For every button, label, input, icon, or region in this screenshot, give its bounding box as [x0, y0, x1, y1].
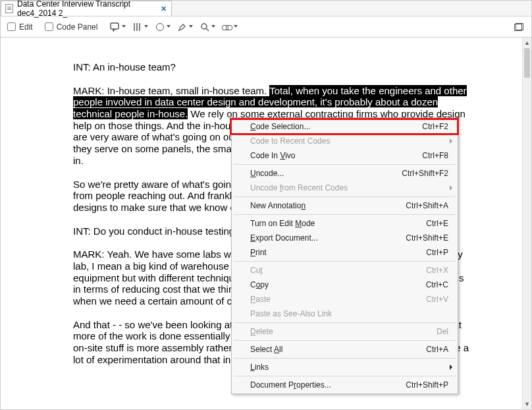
menu-document-properties[interactable]: Document Properties... Ctrl+Shift+P — [232, 378, 458, 392]
menu-shortcut: Ctrl+Shift+P — [406, 380, 448, 390]
menu-shortcut: Ctrl+Shift+F2 — [402, 169, 448, 178]
menu-separator — [234, 376, 456, 376]
menu-label: Cut — [250, 266, 418, 275]
text-plain: MARK: In-house team, small in-house team… — [73, 85, 269, 96]
menu-copy[interactable]: Copy Ctrl+C — [232, 278, 458, 292]
tab-bar: Data Center Interview Transcript dec4_20… — [1, 1, 531, 16]
menu-shortcut: Ctrl+X — [426, 266, 448, 275]
menu-label: Paste — [250, 295, 418, 304]
annotation-tool-icon[interactable] — [109, 21, 121, 33]
menu-select-all[interactable]: Select All Ctrl+A — [232, 342, 458, 357]
menu-separator — [234, 261, 456, 262]
menu-print[interactable]: Print Ctrl+P — [232, 245, 458, 260]
code-panel-label: Code Panel — [57, 22, 98, 32]
link-tool-icon[interactable] — [221, 21, 233, 33]
context-menu: Code Selection... Ctrl+F2 Code to Recent… — [231, 117, 458, 394]
edit-checkbox[interactable] — [7, 22, 16, 31]
menu-shortcut: Ctrl+P — [426, 248, 448, 257]
tab-title: Data Center Interview Transcript dec4_20… — [17, 0, 155, 18]
menu-separator — [234, 164, 456, 165]
svg-line-5 — [206, 28, 209, 31]
menu-separator — [234, 322, 456, 323]
menu-label: Code Selection... — [250, 122, 414, 131]
tab-close-icon[interactable]: ✕ — [159, 4, 167, 13]
menu-delete: Delete Del — [232, 324, 458, 339]
menu-shortcut: Ctrl+A — [426, 345, 448, 354]
menu-cut: Cut Ctrl+X — [232, 263, 458, 278]
menu-label: Uncode from Recent Codes — [250, 183, 448, 192]
svg-rect-0 — [111, 23, 119, 29]
edit-label: Edit — [19, 22, 33, 32]
windows-tool-icon[interactable] — [513, 21, 525, 33]
stripes-tool-icon[interactable] — [132, 21, 144, 33]
vertical-scrollbar[interactable]: ▲ ▼ — [522, 38, 531, 409]
menu-separator — [234, 196, 456, 197]
menu-code-recent: Code to Recent Codes — [232, 134, 458, 148]
menu-label: Export Document... — [250, 233, 398, 243]
highlighter-tool-icon[interactable] — [176, 21, 188, 33]
circle-tool-icon[interactable] — [154, 21, 166, 33]
menu-label: Turn on Edit Mode — [250, 219, 418, 228]
menu-label: Select All — [250, 345, 418, 354]
menu-label: Uncode... — [250, 169, 394, 178]
menu-shortcut: Ctrl+Shift+A — [406, 201, 448, 210]
submenu-arrow-icon — [450, 138, 452, 144]
zoom-tool-icon[interactable] — [199, 21, 211, 33]
menu-shortcut: Ctrl+V — [426, 295, 448, 304]
scroll-down-icon[interactable]: ▼ — [523, 399, 531, 409]
menu-links[interactable]: Links — [232, 360, 458, 374]
menu-label: Links — [250, 363, 448, 372]
menu-shortcut: Ctrl+F8 — [422, 151, 448, 160]
menu-code-in-vivo[interactable]: Code In Vivo Ctrl+F8 — [232, 148, 458, 163]
menu-shortcut: Ctrl+Shift+E — [406, 233, 448, 243]
document-icon — [5, 4, 13, 13]
svg-point-4 — [201, 24, 207, 29]
submenu-arrow-icon — [450, 365, 452, 370]
menu-paste-see-also: Paste as See-Also Link — [232, 307, 458, 321]
menu-separator — [234, 358, 456, 359]
menu-shortcut: Ctrl+F2 — [422, 122, 448, 131]
menu-shortcut: Ctrl+C — [426, 280, 448, 289]
menu-code-selection[interactable]: Code Selection... Ctrl+F2 — [232, 119, 458, 134]
scroll-up-icon[interactable]: ▲ — [523, 38, 531, 48]
menu-paste: Paste Ctrl+V — [232, 292, 458, 307]
menu-shortcut: Del — [437, 327, 448, 336]
menu-label: Code to Recent Codes — [250, 136, 448, 146]
toolbar: Edit Code Panel — [1, 16, 531, 38]
menu-label: Document Properties... — [250, 380, 398, 390]
menu-label: New Annotation — [250, 201, 398, 210]
menu-label: Delete — [250, 327, 429, 336]
menu-new-annotation[interactable]: New Annotation Ctrl+Shift+A — [232, 198, 458, 213]
menu-label: Code In Vivo — [250, 151, 414, 160]
menu-uncode-recent: Uncode from Recent Codes — [232, 181, 458, 195]
submenu-arrow-icon — [450, 185, 452, 190]
menu-shortcut: Ctrl+E — [426, 219, 448, 228]
code-panel-checkbox[interactable] — [45, 22, 53, 31]
menu-separator — [234, 214, 456, 215]
menu-export-document[interactable]: Export Document... Ctrl+Shift+E — [232, 231, 458, 245]
scroll-thumb[interactable] — [524, 48, 530, 78]
menu-uncode[interactable]: Uncode... Ctrl+Shift+F2 — [232, 166, 458, 181]
menu-label: Print — [250, 248, 418, 257]
paragraph-int-1: INT: An in-house team? — [73, 61, 469, 73]
menu-label: Copy — [250, 280, 418, 289]
code-panel-toggle[interactable]: Code Panel — [45, 22, 98, 32]
menu-label: Paste as See-Also Link — [250, 309, 448, 318]
menu-edit-mode[interactable]: Turn on Edit Mode Ctrl+E — [232, 216, 458, 231]
menu-separator — [234, 340, 456, 341]
edit-toggle[interactable]: Edit — [7, 22, 33, 32]
document-tab[interactable]: Data Center Interview Transcript dec4_20… — [1, 1, 172, 16]
